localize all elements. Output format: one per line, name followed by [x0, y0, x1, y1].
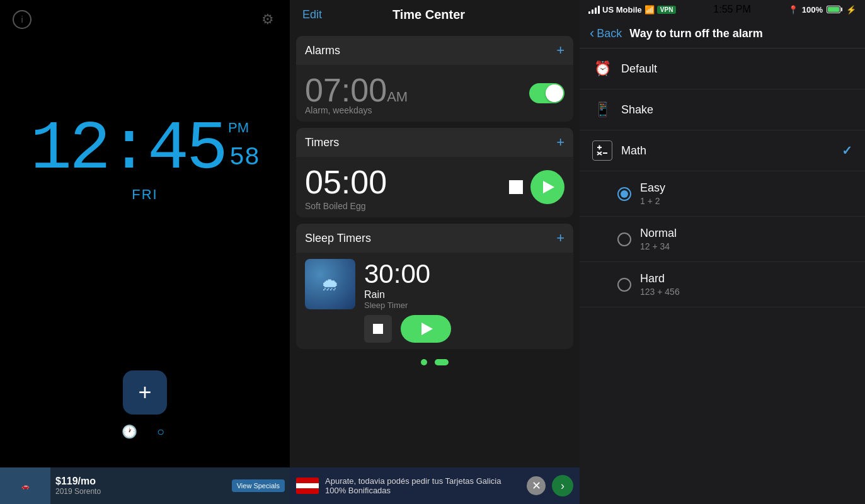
stop-icon [373, 324, 383, 334]
option-shake-icon: 📱 [592, 100, 612, 120]
settings-icon[interactable]: ⚙ [258, 10, 277, 29]
play-icon [421, 323, 433, 335]
page-dot-1[interactable] [421, 359, 427, 365]
ad-arrow-button[interactable]: › [552, 475, 573, 496]
option-normal-title: Normal [640, 227, 852, 240]
alarms-section-header: Alarms + [296, 36, 573, 65]
wifi-icon: 📶 [644, 5, 655, 14]
option-hard[interactable]: Hard 123 + 456 [580, 262, 865, 307]
option-normal-subtitle: 12 + 34 [640, 241, 852, 251]
status-time: 1:55 PM [713, 4, 751, 15]
option-default[interactable]: ⏰ Default [580, 49, 865, 89]
alarms-title: Alarms [305, 44, 340, 57]
sleep-play-button[interactable] [401, 315, 451, 343]
sleep-timer-type: Sleep Timer [364, 301, 564, 310]
middle-panel: Edit Time Center Alarms + 07:00AM Alarm,… [290, 0, 580, 504]
middle-header: Edit Time Center [290, 0, 580, 30]
option-math-text: Math [621, 144, 842, 158]
option-easy-subtitle: 1 + 2 [640, 196, 852, 206]
ad-text: $119/mo 2019 Sorento [50, 473, 232, 498]
battery-fill [828, 7, 839, 12]
ad-banner-left: 🚗 $119/mo 2019 Sorento View Specials [0, 467, 290, 504]
time-center-title: Time Center [392, 8, 465, 22]
sleep-timer-row: 🌧 30:00 Rain Sleep Timer [305, 259, 564, 343]
battery-tip [841, 8, 842, 11]
signal-bar-1 [588, 11, 590, 14]
clock-nav-icon[interactable]: 🕐 [120, 422, 139, 441]
sleep-timer-time: 30:00 [364, 259, 564, 289]
middle-content: Alarms + 07:00AM Alarm, weekdays Timers … [290, 30, 580, 467]
circle-nav-icon[interactable]: ○ [151, 422, 170, 441]
alarm-toggle[interactable] [529, 83, 564, 103]
right-nav-title: Way to turn off the alarm [629, 27, 762, 40]
timer-stop-button[interactable] [509, 180, 523, 194]
signal-bar-4 [598, 6, 600, 14]
radio-inner [621, 190, 628, 198]
option-math-icon [592, 140, 612, 161]
left-header: i ⚙ [0, 0, 290, 39]
ad-banner-middle: Apurate, todavia podés pedir tus Tarjeta… [290, 467, 580, 504]
toggle-thumb [546, 84, 563, 102]
sleep-timer-thumb: 🌧 [305, 259, 355, 309]
ad-text-middle: Apurate, todavia podés pedir tus Tarjeta… [325, 476, 520, 495]
sleep-timers-content: 🌧 30:00 Rain Sleep Timer [296, 253, 573, 349]
sleep-timers-section-header: Sleep Timers + [296, 224, 573, 253]
clock-seconds: 58 [229, 144, 260, 172]
ad-price: $119/mo [55, 476, 227, 487]
option-easy-title: Easy [640, 181, 852, 195]
add-timer-icon[interactable]: + [556, 134, 564, 151]
location-icon: 📍 [788, 5, 798, 14]
page-dots [296, 350, 573, 374]
lightning-icon: ⚡ [846, 5, 856, 14]
alarm-info: 07:00AM Alarm, weekdays [305, 71, 408, 115]
timer-label: Soft Boiled Egg [305, 201, 387, 211]
option-hard-title: Hard [640, 272, 852, 285]
alarm-time: 07:00AM [305, 71, 408, 109]
edit-button[interactable]: Edit [302, 8, 322, 21]
right-nav: ‹ Back Way to turn off the alarm [580, 19, 865, 49]
option-default-title: Default [621, 62, 852, 76]
page-dot-2[interactable] [435, 359, 449, 365]
vpn-badge: VPN [657, 6, 677, 14]
timer-row: 05:00 Soft Boiled Egg [305, 163, 564, 211]
sleep-timer-info: 30:00 Rain Sleep Timer [364, 259, 564, 343]
option-shake[interactable]: 📱 Shake [580, 89, 865, 130]
signal-bars [588, 5, 600, 14]
option-hard-subtitle: 123 + 456 [640, 287, 852, 297]
clock-display: 12:45 PM 58 FRI [30, 115, 260, 203]
back-chevron-icon: ‹ [590, 25, 594, 42]
add-alarm-button[interactable]: + [123, 370, 167, 415]
battery-percent: 100% [802, 5, 823, 14]
option-normal-text: Normal 12 + 34 [640, 227, 852, 251]
ad-cta-button[interactable]: View Specials [232, 479, 285, 492]
sleep-stop-button[interactable] [364, 315, 392, 343]
add-alarm-icon[interactable]: + [556, 42, 564, 59]
carrier-name: US Mobile [602, 5, 642, 14]
option-default-text: Default [621, 62, 852, 76]
sleep-timer-name: Rain [364, 289, 564, 301]
signal-bar-2 [592, 9, 593, 14]
ad-close-button[interactable]: ✕ [527, 476, 546, 495]
option-normal-radio[interactable] [617, 232, 631, 246]
alarm-row: 07:00AM Alarm, weekdays [305, 71, 564, 115]
option-math-title: Math [621, 144, 842, 158]
timer-play-button[interactable] [530, 170, 564, 204]
math-symbol-icon [595, 144, 609, 158]
option-hard-text: Hard 123 + 456 [640, 272, 852, 297]
option-math[interactable]: Math ✓ [580, 130, 865, 171]
option-hard-radio[interactable] [617, 278, 631, 292]
bottom-controls: + 🕐 ○ [120, 370, 170, 441]
bottom-icons: 🕐 ○ [120, 422, 170, 441]
back-button[interactable]: ‹ Back [590, 25, 622, 42]
add-sleep-timer-icon[interactable]: + [556, 230, 564, 246]
ad-image: 🚗 [0, 467, 50, 504]
timers-content: 05:00 Soft Boiled Egg [296, 157, 573, 217]
option-shake-text: Shake [621, 103, 852, 117]
option-easy[interactable]: Easy 1 + 2 [580, 171, 865, 217]
option-normal[interactable]: Normal 12 + 34 [580, 217, 865, 262]
clock-day: FRI [132, 186, 158, 203]
option-shake-title: Shake [621, 103, 852, 117]
info-icon[interactable]: i [13, 10, 32, 29]
option-easy-radio[interactable] [617, 187, 631, 201]
option-default-icon: ⏰ [592, 59, 612, 79]
